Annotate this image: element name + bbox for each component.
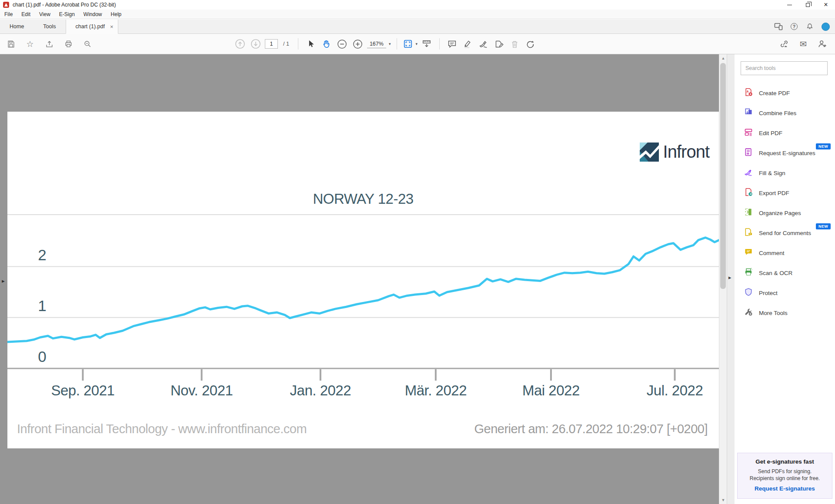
search-icon[interactable] xyxy=(81,37,94,50)
x-tick-label: Mär. 2022 xyxy=(392,382,479,399)
close-button[interactable]: × xyxy=(817,0,835,10)
infront-logo: Infront xyxy=(640,142,709,162)
promo-line-1: Send PDFs for signing. xyxy=(741,468,828,475)
export-pdf-icon xyxy=(744,188,753,198)
page-fit-dropdown[interactable]: ▾ xyxy=(403,39,418,49)
select-cursor-icon[interactable] xyxy=(304,37,317,50)
tool-item-protect[interactable]: Protect xyxy=(735,283,835,303)
tool-item-request-e-signatures[interactable]: Request E-signaturesNEW xyxy=(735,143,835,163)
rotate-icon[interactable] xyxy=(524,37,537,50)
nav-pane-toggle-icon[interactable]: ▸ xyxy=(0,275,6,286)
help-icon[interactable]: ? xyxy=(789,21,799,32)
tool-item-fill-sign[interactable]: Fill & Sign xyxy=(735,163,835,183)
restore-icon xyxy=(806,3,810,7)
tool-item-more-tools[interactable]: More Tools xyxy=(735,303,835,323)
window-title: chart (1).pdf - Adobe Acrobat Pro DC (32… xyxy=(13,2,116,8)
email-icon[interactable]: ✉ xyxy=(797,37,810,50)
esign-promo-panel: Get e-signatures fast Send PDFs for sign… xyxy=(737,453,832,499)
print-icon[interactable] xyxy=(62,37,75,50)
x-tick-label: Nov. 2021 xyxy=(158,382,245,399)
tool-item-combine-files[interactable]: Combine Files xyxy=(735,103,835,123)
share-icon[interactable] xyxy=(43,37,56,50)
fill-sign-icon[interactable] xyxy=(477,37,490,50)
request-esign-icon xyxy=(744,148,753,158)
link-share-icon[interactable] xyxy=(778,37,791,50)
page-total-label: / 1 xyxy=(283,41,289,47)
tool-item-label: Organize Pages xyxy=(759,210,801,216)
chart-footer-generated: Generiert am: 26.07.2022 10:29:07 [+0200… xyxy=(474,422,708,436)
infront-logo-icon xyxy=(640,143,659,162)
highlight-icon[interactable] xyxy=(461,37,474,50)
organize-pages-icon xyxy=(744,208,753,218)
promo-request-esign-link[interactable]: Request E-signatures xyxy=(755,485,815,492)
prev-page-icon[interactable] xyxy=(234,37,247,50)
tool-item-label: Export PDF xyxy=(759,190,789,196)
y-tick-label: 0 xyxy=(33,348,51,365)
tool-item-scan-ocr[interactable]: Scan & OCR xyxy=(735,263,835,283)
create-pdf-icon: A xyxy=(744,88,753,98)
tool-item-label: Create PDF xyxy=(759,90,790,96)
page-fit-icon xyxy=(403,39,413,49)
edit-page-icon[interactable] xyxy=(493,37,506,50)
y-tick-label: 2 xyxy=(33,246,51,264)
devices-icon[interactable] xyxy=(773,21,784,32)
tool-item-label: Request E-signatures xyxy=(759,150,815,156)
x-tick-label: Sep. 2021 xyxy=(39,382,126,399)
promo-line-2: Recipients sign online for free. xyxy=(741,475,828,482)
tab-close-icon[interactable]: × xyxy=(110,23,114,30)
tool-item-send-for-comments[interactable]: Send for CommentsNEW xyxy=(735,223,835,243)
edit-pdf-icon xyxy=(744,128,753,138)
tool-item-create-pdf[interactable]: ACreate PDF xyxy=(735,83,835,103)
vertical-scrollbar[interactable]: ▲ ▼ xyxy=(719,54,727,504)
scrollbar-thumb[interactable] xyxy=(720,63,726,289)
star-icon[interactable]: ☆ xyxy=(23,37,37,50)
zoom-level-value: 167% xyxy=(367,40,386,48)
send-comments-icon xyxy=(744,228,753,238)
new-badge: NEW xyxy=(816,143,831,149)
search-input[interactable] xyxy=(741,61,828,75)
tab-tools[interactable]: Tools xyxy=(33,20,65,33)
hand-tool-icon[interactable] xyxy=(320,37,333,50)
document-pane[interactable]: Infront NORWAY 12-23 012 Sep. 2021Nov. 2… xyxy=(0,54,719,504)
tab-home[interactable]: Home xyxy=(0,20,33,33)
add-user-icon[interactable] xyxy=(816,37,829,50)
menu-view[interactable]: View xyxy=(35,10,55,19)
combine-files-icon xyxy=(744,108,753,118)
bell-icon[interactable] xyxy=(805,21,815,32)
delete-icon[interactable] xyxy=(508,37,521,50)
avatar[interactable] xyxy=(820,21,831,32)
fit-width-icon[interactable] xyxy=(420,37,433,50)
tools-panel-toggle[interactable]: ▸ xyxy=(727,54,735,504)
tabbar: Home Tools chart (1).pdf × ? xyxy=(0,20,835,34)
tool-item-organize-pages[interactable]: Organize Pages xyxy=(735,203,835,223)
menu-edit[interactable]: Edit xyxy=(17,10,35,19)
tool-item-label: Send for Comments xyxy=(759,230,811,236)
next-page-icon[interactable] xyxy=(249,37,262,50)
menu-esign[interactable]: E-Sign xyxy=(55,10,79,19)
page-number-input[interactable]: 1 xyxy=(265,39,278,49)
menu-file[interactable]: File xyxy=(0,10,17,19)
zoom-out-icon[interactable] xyxy=(336,37,349,50)
zoom-in-icon[interactable] xyxy=(351,37,364,50)
panel-collapse-icon: ▸ xyxy=(728,274,731,281)
tool-item-export-pdf[interactable]: Export PDF xyxy=(735,183,835,203)
protect-icon xyxy=(744,288,753,298)
minimize-button[interactable] xyxy=(780,0,798,10)
toolbar: ☆ 1 / 1 xyxy=(0,34,835,54)
menu-help[interactable]: Help xyxy=(107,10,126,19)
tab-document[interactable]: chart (1).pdf × xyxy=(66,20,118,34)
comment-icon[interactable] xyxy=(446,37,459,50)
scroll-up-icon[interactable]: ▲ xyxy=(719,54,727,62)
tab-document-label: chart (1).pdf xyxy=(76,23,105,30)
restore-button[interactable] xyxy=(798,0,817,10)
menu-window[interactable]: Window xyxy=(79,10,107,19)
save-icon[interactable] xyxy=(4,37,17,50)
y-tick-label: 1 xyxy=(33,297,51,315)
zoom-level-dropdown[interactable]: 167% ▾ xyxy=(367,40,391,48)
close-icon: × xyxy=(824,1,828,8)
tool-item-comment[interactable]: Comment xyxy=(735,243,835,263)
acrobat-logo-icon xyxy=(3,2,9,8)
scroll-down-icon[interactable]: ▼ xyxy=(719,496,727,504)
tool-item-edit-pdf[interactable]: Edit PDF xyxy=(735,123,835,143)
tool-item-label: Fill & Sign xyxy=(759,170,785,176)
